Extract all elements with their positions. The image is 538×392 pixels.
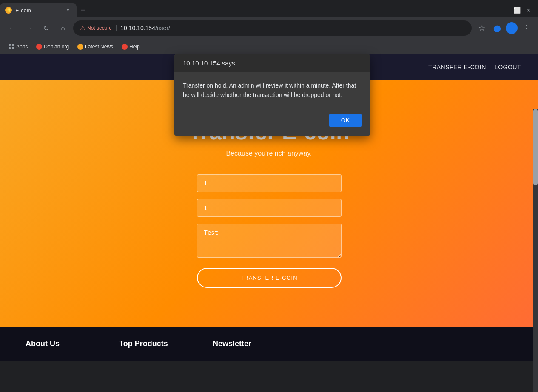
debian-favicon [36,44,42,50]
dialog-actions: OK [174,108,370,136]
dialog-title: 10.10.10.154 says [183,60,235,67]
help-favicon [122,44,128,50]
security-warning: ⚠ Not secure [80,25,112,31]
profile-button[interactable] [506,22,518,34]
warning-icon: ⚠ [80,25,85,31]
dialog-message: Transfer on hold. An admin will review i… [183,81,362,100]
bookmark-debian[interactable]: Debian.org [33,42,72,51]
address-bar[interactable]: ⚠ Not secure | 10.10.10.154/user/ [73,20,472,36]
back-button[interactable]: ← [5,21,19,35]
bookmark-apps-label: Apps [16,44,28,50]
navigation-bar: ← → ↻ ⌂ ⚠ Not secure | 10.10.10.154/user… [0,17,538,39]
minimize-button[interactable]: — [499,4,511,16]
tab-bar: 🪙 E-coin × + — ⬜ ✕ [0,0,538,17]
url-path: /user/ [155,25,170,31]
tab-favicon: 🪙 [5,7,12,14]
menu-button[interactable]: ⋮ [519,21,533,35]
tab-title: E-coin [15,7,61,14]
bookmark-help-label: Help [129,44,140,50]
star-button[interactable]: ☆ [475,21,489,35]
bookmark-debian-label: Debian.org [44,44,69,50]
dialog-overlay: 10.10.10.154 says Transfer on hold. An a… [0,54,538,392]
forward-button[interactable]: → [22,21,36,35]
maximize-button[interactable]: ⬜ [511,4,523,16]
reload-button[interactable]: ↻ [39,21,53,35]
security-label: Not secure [87,25,112,31]
window-controls: — ⬜ ✕ [499,4,538,16]
nav-actions: ☆ ⬤ ⋮ [475,21,533,35]
home-button[interactable]: ⌂ [56,21,70,35]
new-tab-button[interactable]: + [77,4,90,17]
url-text: 10.10.10.154/user/ [120,25,170,31]
apps-grid-icon [9,44,14,50]
url-base: 10.10.10.154 [120,25,155,31]
dialog-header: 10.10.10.154 says [174,54,370,72]
latest-news-favicon [77,44,83,50]
bookmark-help[interactable]: Help [118,42,143,51]
close-window-button[interactable]: ✕ [523,4,535,16]
bookmark-latest-news-label: Latest News [85,44,113,50]
alert-dialog: 10.10.10.154 says Transfer on hold. An a… [174,54,370,136]
page-content: TRANSFER E-COIN LOGOUT Transfer E-coin B… [0,54,538,392]
tab-close-button[interactable]: × [65,6,71,14]
bookmark-latest-news[interactable]: Latest News [74,42,117,51]
chrome-sync-icon: ⬤ [490,21,504,35]
bookmarks-bar: Apps Debian.org Latest News Help [0,39,538,54]
dialog-body: Transfer on hold. An admin will review i… [174,72,370,108]
bookmark-apps[interactable]: Apps [5,42,31,51]
active-tab[interactable]: 🪙 E-coin × [0,3,77,17]
url-separator: | [115,24,117,32]
dialog-ok-button[interactable]: OK [329,114,362,127]
